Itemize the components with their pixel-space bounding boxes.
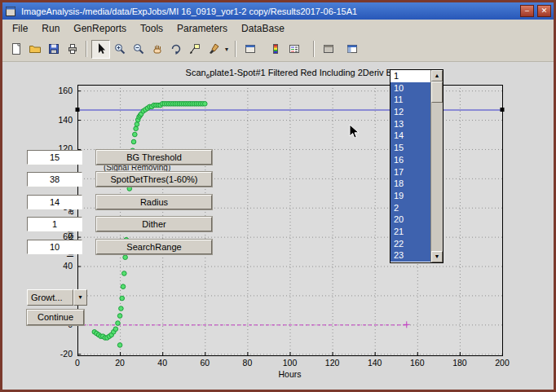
svg-text:100: 100 bbox=[283, 358, 298, 368]
listbox-item[interactable]: 19 bbox=[391, 190, 430, 202]
menu-item-tools[interactable]: Tools bbox=[140, 23, 163, 34]
dither-input[interactable]: 1 bbox=[27, 217, 82, 231]
spotdetthres-button[interactable]: SpotDetThres(1-60%) bbox=[96, 172, 212, 187]
open-folder-icon[interactable] bbox=[25, 40, 44, 59]
growth-dropdown-value[interactable]: Growt... bbox=[27, 289, 73, 306]
listbox-item[interactable]: 18 bbox=[391, 178, 430, 190]
menu-bar: File Run GenReports Tools Parameters Dat… bbox=[2, 20, 554, 37]
figure-window-icon[interactable] bbox=[240, 40, 259, 59]
insert-legend-icon[interactable] bbox=[285, 40, 303, 59]
minimize-button[interactable]: – bbox=[520, 5, 534, 17]
listbox-item[interactable]: 10 bbox=[391, 82, 430, 95]
hide-plot-tools-icon[interactable] bbox=[319, 40, 338, 59]
print-icon[interactable] bbox=[63, 40, 82, 59]
toolbar-separator bbox=[313, 41, 315, 57]
pan-hand-icon[interactable] bbox=[148, 40, 166, 59]
radius-button[interactable]: Radius bbox=[96, 195, 212, 209]
listbox-item[interactable]: 21 bbox=[391, 226, 430, 238]
window-title: ImageAnalysis-/media/data/ExpJobs/MI 16_… bbox=[20, 7, 517, 16]
toolbar-separator bbox=[235, 41, 236, 57]
listbox-item[interactable]: 13 bbox=[391, 118, 430, 130]
menu-item-parameters[interactable]: Parameters bbox=[177, 23, 227, 34]
svg-text:0: 0 bbox=[75, 358, 80, 368]
scrollbar-thumb[interactable] bbox=[431, 81, 443, 103]
show-plot-tools-icon[interactable] bbox=[342, 40, 361, 59]
svg-text:160: 160 bbox=[58, 86, 73, 95]
listbox-item[interactable]: 20 bbox=[391, 214, 430, 226]
searchrange-input[interactable]: 10 bbox=[27, 240, 82, 254]
svg-text:180: 180 bbox=[452, 358, 467, 368]
toolbar: ▾ bbox=[2, 37, 554, 62]
listbox-item[interactable]: 14 bbox=[391, 130, 430, 142]
listbox-item[interactable]: 12 bbox=[391, 106, 430, 118]
searchrange-button[interactable]: SearchRange bbox=[96, 240, 212, 254]
svg-text:140: 140 bbox=[368, 358, 382, 368]
app-window: ImageAnalysis-/media/data/ExpJobs/MI 16_… bbox=[0, 0, 556, 392]
listbox-item[interactable]: 15 bbox=[391, 142, 430, 154]
arrow-cursor-icon[interactable] bbox=[91, 40, 110, 59]
continue-button[interactable]: Continue bbox=[27, 310, 84, 325]
app-icon bbox=[5, 6, 16, 17]
insert-colorbar-icon[interactable] bbox=[266, 40, 285, 59]
new-document-icon[interactable] bbox=[7, 40, 25, 59]
menu-item-file[interactable]: File bbox=[12, 23, 28, 34]
menu-item-run[interactable]: Run bbox=[42, 23, 60, 34]
listbox-item[interactable]: 11 bbox=[391, 94, 430, 106]
svg-text:60: 60 bbox=[200, 358, 210, 368]
rotate-3d-icon[interactable] bbox=[166, 40, 185, 59]
listbox-scrollbar[interactable]: ▲ ▼ bbox=[430, 70, 443, 262]
number-listbox: 1 10 11 12 13 14 15 16 17 18 19 2 20 21 … bbox=[390, 69, 443, 263]
plot-svg[interactable]: 020406080100120140160180200-200204060801… bbox=[2, 62, 554, 390]
svg-text:160: 160 bbox=[410, 358, 425, 368]
svg-text:20: 20 bbox=[115, 358, 125, 368]
scroll-up-icon[interactable]: ▲ bbox=[431, 70, 443, 81]
close-button[interactable]: ✕ bbox=[537, 5, 551, 17]
bg-threshold-input[interactable]: 15 bbox=[27, 150, 82, 165]
listbox-item[interactable]: 16 bbox=[391, 154, 430, 166]
zoom-out-icon[interactable] bbox=[129, 40, 148, 59]
listbox-item[interactable]: 1 bbox=[391, 70, 430, 82]
listbox-item[interactable]: 2 bbox=[391, 202, 430, 214]
menu-item-database[interactable]: DataBase bbox=[241, 23, 285, 34]
data-cursor-icon[interactable] bbox=[185, 40, 204, 59]
svg-text:-20: -20 bbox=[60, 349, 73, 359]
scroll-down-icon[interactable]: ▼ bbox=[431, 251, 443, 262]
svg-text:200: 200 bbox=[495, 358, 510, 368]
svg-text:40: 40 bbox=[157, 358, 167, 368]
growth-dropdown[interactable]: Growt... ▾ bbox=[27, 289, 87, 306]
bg-threshold-button[interactable]: BG Threshold bbox=[96, 150, 212, 165]
svg-text:120: 120 bbox=[325, 358, 340, 368]
svg-text:80: 80 bbox=[243, 358, 253, 368]
listbox-item[interactable]: 17 bbox=[391, 166, 430, 178]
svg-text:140: 140 bbox=[58, 115, 73, 125]
save-icon[interactable] bbox=[44, 40, 63, 59]
radius-input[interactable]: 14 bbox=[27, 195, 82, 209]
listbox-item[interactable]: 23 bbox=[391, 249, 430, 262]
figure-area: 020406080100120140160180200-200204060801… bbox=[2, 62, 554, 390]
listbox-items: 1 10 11 12 13 14 15 16 17 18 19 2 20 21 … bbox=[391, 70, 430, 262]
listbox-item[interactable]: 22 bbox=[391, 238, 430, 250]
spotdetthres-input[interactable]: 38 bbox=[27, 172, 82, 187]
brush-icon[interactable] bbox=[204, 40, 223, 59]
title-bar: ImageAnalysis-/media/data/ExpJobs/MI 16_… bbox=[2, 2, 554, 20]
brush-dropdown-caret[interactable]: ▾ bbox=[223, 46, 231, 53]
zoom-in-icon[interactable] bbox=[110, 40, 129, 59]
toolbar-separator bbox=[86, 41, 87, 57]
svg-text:Hours: Hours bbox=[278, 369, 301, 379]
dither-button[interactable]: Dither bbox=[96, 217, 212, 231]
menu-item-genreports[interactable]: GenReports bbox=[73, 23, 126, 34]
chevron-down-icon[interactable]: ▾ bbox=[73, 289, 87, 306]
